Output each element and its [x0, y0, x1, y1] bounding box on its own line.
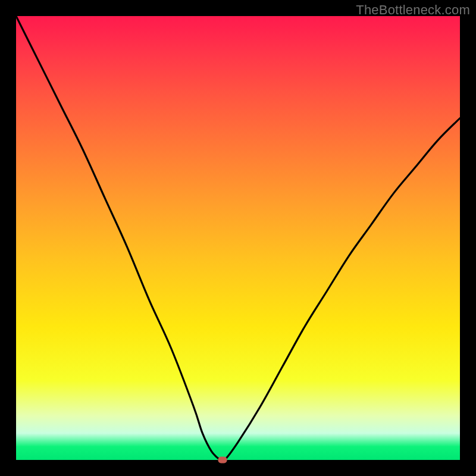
chart-frame: TheBottleneck.com [0, 0, 476, 476]
minimum-marker [218, 457, 227, 464]
curve-svg [16, 16, 460, 460]
plot-area [16, 16, 460, 460]
bottleneck-curve-path [16, 16, 460, 460]
